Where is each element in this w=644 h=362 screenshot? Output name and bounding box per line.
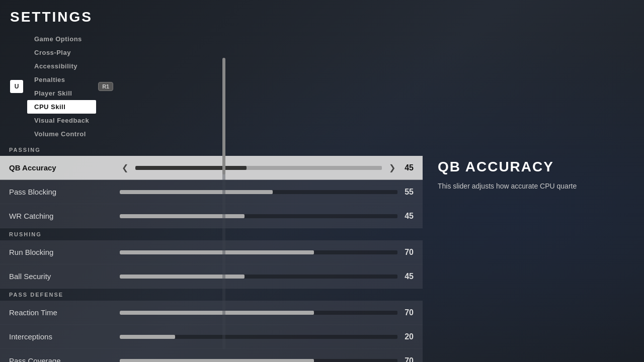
r1-badge: R1 bbox=[98, 82, 113, 91]
nav-tab-visual-feedback[interactable]: Visual Feedback bbox=[27, 114, 96, 127]
nav-bar: U Game OptionsCross-PlayAccessibilityPen… bbox=[10, 32, 634, 141]
slider-fill-run-blocking bbox=[120, 250, 314, 254]
nav-tabs: Game OptionsCross-PlayAccessibilityPenal… bbox=[27, 32, 96, 141]
slider-track-area-ball-security bbox=[120, 275, 397, 279]
slider-track-area-pass-blocking bbox=[120, 190, 397, 194]
slider-track-interceptions[interactable] bbox=[120, 335, 397, 339]
settings-page: SETTINGS U Game OptionsCross-PlayAccessi… bbox=[0, 0, 644, 362]
slider-track-area-qb-accuracy: ❮❯ bbox=[120, 163, 397, 172]
slider-label-reaction-time: Reaction Time bbox=[9, 308, 120, 317]
header: SETTINGS U Game OptionsCross-PlayAccessi… bbox=[0, 0, 644, 144]
desc-text: This slider adjusts how accurate CPU qua… bbox=[438, 181, 629, 192]
slider-row-pass-coverage[interactable]: Pass Coverage70 bbox=[0, 349, 423, 362]
slider-panel: PASSINGQB Accuracy❮❯45Pass Blocking55WR … bbox=[0, 144, 423, 362]
slider-fill-interceptions bbox=[120, 335, 175, 339]
scroll-indicator[interactable] bbox=[222, 58, 225, 349]
slider-row-pass-blocking[interactable]: Pass Blocking55 bbox=[0, 180, 423, 204]
slider-label-run-blocking: Run Blocking bbox=[9, 248, 120, 256]
slider-track-pass-coverage[interactable] bbox=[120, 359, 397, 363]
slider-fill-pass-blocking bbox=[120, 190, 273, 194]
slider-track-ball-security[interactable] bbox=[120, 275, 397, 279]
slider-label-ball-security: Ball Security bbox=[9, 272, 120, 281]
nav-tab-player-skill[interactable]: Player Skill bbox=[27, 86, 96, 100]
slider-label-interceptions: Interceptions bbox=[9, 332, 120, 341]
slider-fill-wr-catching bbox=[120, 214, 245, 218]
controller-icon: U bbox=[10, 80, 23, 93]
scroll-thumb[interactable] bbox=[222, 58, 225, 174]
slider-value-qb-accuracy: 45 bbox=[397, 163, 414, 172]
page-title: SETTINGS bbox=[10, 9, 634, 25]
slider-track-reaction-time[interactable] bbox=[120, 311, 397, 315]
slider-fill-ball-security bbox=[120, 275, 245, 279]
slider-row-qb-accuracy[interactable]: QB Accuracy❮❯45 bbox=[0, 156, 423, 180]
slider-track-area-wr-catching bbox=[120, 214, 397, 218]
slider-label-pass-blocking: Pass Blocking bbox=[9, 188, 120, 196]
slider-row-run-blocking[interactable]: Run Blocking70 bbox=[0, 240, 423, 264]
section-header-rushing: RUSHING bbox=[0, 228, 423, 240]
nav-tab-cross-play[interactable]: Cross-Play bbox=[27, 46, 96, 59]
slider-value-pass-blocking: 55 bbox=[397, 188, 414, 197]
slider-track-area-run-blocking bbox=[120, 250, 397, 254]
slider-value-interceptions: 20 bbox=[397, 332, 414, 341]
nav-tab-volume-control[interactable]: Volume Control bbox=[27, 127, 96, 141]
slider-track-wr-catching[interactable] bbox=[120, 214, 397, 218]
nav-tab-cpu-skill[interactable]: CPU Skill bbox=[27, 100, 96, 114]
nav-tab-accessibility[interactable]: Accessibility bbox=[27, 59, 96, 73]
arrow-right-qb-accuracy[interactable]: ❯ bbox=[387, 163, 397, 172]
slider-label-qb-accuracy: QB Accuracy bbox=[9, 163, 120, 172]
slider-track-area-pass-coverage bbox=[120, 359, 397, 363]
slider-track-area-reaction-time bbox=[120, 311, 397, 315]
sections-container: PASSINGQB Accuracy❮❯45Pass Blocking55WR … bbox=[0, 144, 423, 362]
slider-value-wr-catching: 45 bbox=[397, 212, 414, 221]
section-header-pass-defense: PASS DEFENSE bbox=[0, 289, 423, 301]
desc-title: QB ACCURACY bbox=[438, 159, 629, 175]
slider-track-area-interceptions bbox=[120, 335, 397, 339]
arrow-left-qb-accuracy[interactable]: ❮ bbox=[120, 163, 130, 172]
slider-label-wr-catching: WR Catching bbox=[9, 212, 120, 220]
main-content: PASSINGQB Accuracy❮❯45Pass Blocking55WR … bbox=[0, 144, 644, 362]
slider-track-run-blocking[interactable] bbox=[120, 250, 397, 254]
slider-label-pass-coverage: Pass Coverage bbox=[9, 356, 120, 362]
nav-tab-penalties[interactable]: Penalties bbox=[27, 73, 96, 86]
slider-value-run-blocking: 70 bbox=[397, 248, 414, 257]
description-panel: QB ACCURACY This slider adjusts how accu… bbox=[423, 144, 644, 362]
slider-track-pass-blocking[interactable] bbox=[120, 190, 397, 194]
slider-value-reaction-time: 70 bbox=[397, 308, 414, 317]
slider-row-wr-catching[interactable]: WR Catching45 bbox=[0, 204, 423, 228]
slider-row-ball-security[interactable]: Ball Security45 bbox=[0, 264, 423, 289]
slider-value-ball-security: 45 bbox=[397, 272, 414, 281]
slider-fill-reaction-time bbox=[120, 311, 314, 315]
slider-track-qb-accuracy[interactable] bbox=[135, 166, 382, 170]
slider-value-pass-coverage: 70 bbox=[397, 356, 414, 363]
slider-fill-pass-coverage bbox=[120, 359, 314, 363]
nav-tab-game-options[interactable]: Game Options bbox=[27, 32, 96, 46]
slider-fill-qb-accuracy bbox=[135, 166, 247, 170]
slider-row-reaction-time[interactable]: Reaction Time70 bbox=[0, 301, 423, 325]
slider-row-interceptions[interactable]: Interceptions20 bbox=[0, 325, 423, 349]
section-header-passing: PASSING bbox=[0, 144, 423, 156]
